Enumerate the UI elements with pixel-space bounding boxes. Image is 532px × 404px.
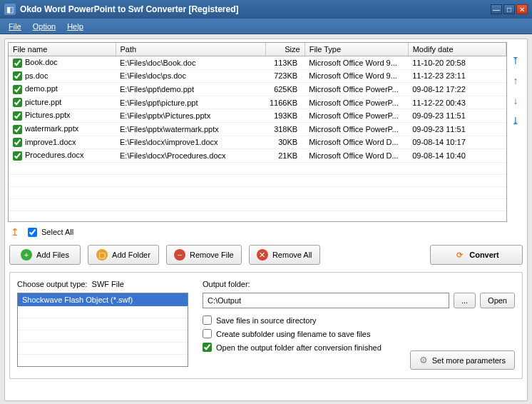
cell-date: 09-09-23 11:51 (408, 109, 506, 123)
cell-path: E:\Files\docx\improve1.docx (116, 136, 265, 149)
table-row[interactable]: demo.pptE:\Files\ppt\demo.ppt625KBMicros… (9, 83, 506, 96)
cell-path: E:\Files\pptx\Pictures.pptx (116, 109, 265, 123)
cell-size: 193KB (265, 109, 305, 123)
col-name[interactable]: File name (9, 43, 116, 56)
cell-path: E:\Files\ppt\demo.ppt (116, 83, 265, 96)
format-item-swf[interactable]: Shockwave Flash Object (*.swf) (18, 293, 188, 306)
move-down-icon[interactable]: ↓ (510, 95, 521, 106)
cell-date: 09-08-12 17:22 (408, 83, 506, 96)
more-parameters-button[interactable]: ⚙ Set more parameters (410, 350, 515, 370)
select-all-label: Select All (41, 228, 73, 236)
folder-icon: ▢ (96, 249, 108, 261)
row-checkbox[interactable] (13, 98, 22, 107)
button-bar: + Add Files ▢ Add Folder − Remove File ✕… (8, 245, 524, 272)
add-folder-button[interactable]: ▢ Add Folder (88, 245, 159, 265)
cell-name: watermark.pptx (9, 122, 116, 136)
up-folder-icon[interactable]: ↥ (11, 226, 19, 238)
cell-date: 09-08-14 10:40 (408, 149, 506, 163)
remove-file-label: Remove File (190, 251, 234, 259)
row-checkbox[interactable] (13, 125, 22, 134)
add-files-button[interactable]: + Add Files (9, 245, 81, 265)
add-files-label: Add Files (36, 251, 69, 259)
create-subfolder-checkbox[interactable] (203, 329, 212, 338)
open-after-checkbox[interactable] (203, 343, 212, 352)
output-folder-section: Output folder: ... Open Save files in so… (203, 280, 515, 371)
cell-path: E:\Files\ppt\picture.ppt (116, 96, 265, 109)
cell-path: E:\Files\doc\ps.doc (116, 69, 265, 83)
cell-date: 09-09-23 11:51 (408, 122, 506, 136)
remove-file-button[interactable]: − Remove File (166, 245, 242, 265)
col-size[interactable]: Size (265, 43, 305, 56)
title-bar: ◧ Okdo Word PowerPoint to Swf Converter … (0, 0, 532, 19)
table-row[interactable]: Procedures.docxE:\Files\docx\Procedures.… (9, 149, 506, 163)
menu-help[interactable]: Help (61, 21, 89, 32)
open-after-label: Open the output folder after conversion … (216, 343, 382, 352)
file-list[interactable]: File name Path Size File Type Modify dat… (8, 42, 507, 222)
table-row[interactable]: Pictures.pptxE:\Files\pptx\Pictures.pptx… (9, 109, 506, 123)
select-all-row: ↥ Select All (8, 222, 524, 245)
move-up-icon[interactable]: ↑ (510, 75, 521, 86)
browse-button[interactable]: ... (454, 293, 476, 308)
row-checkbox[interactable] (13, 138, 22, 147)
row-checkbox[interactable] (13, 59, 22, 68)
row-checkbox[interactable] (13, 71, 22, 81)
output-panel: Choose output type: SWF File Shockwave F… (9, 272, 523, 379)
save-source-checkbox[interactable] (203, 315, 212, 325)
remove-all-button[interactable]: ✕ Remove All (249, 245, 320, 265)
cell-type: Microsoft Office PowerP... (305, 96, 408, 109)
cell-name: Book.doc (9, 56, 116, 70)
minus-icon: − (174, 249, 185, 261)
menu-file[interactable]: File (3, 21, 27, 32)
cell-path: E:\Files\docx\Procedures.docx (116, 149, 265, 163)
cell-date: 11-12-22 00:43 (408, 96, 506, 109)
table-row[interactable]: ps.docE:\Files\doc\ps.doc723KBMicrosoft … (9, 69, 506, 83)
cell-size: 113KB (265, 56, 305, 70)
table-row[interactable]: picture.pptE:\Files\ppt\picture.ppt1166K… (9, 96, 506, 109)
table-row[interactable]: Book.docE:\Files\doc\Book.doc113KBMicros… (9, 56, 506, 70)
convert-button[interactable]: ⟳ Convert (430, 245, 523, 265)
cell-size: 30KB (265, 136, 305, 149)
cell-name: demo.ppt (9, 83, 116, 96)
table-row[interactable]: improve1.docxE:\Files\docx\improve1.docx… (9, 136, 506, 149)
minimize-button[interactable]: — (491, 4, 502, 14)
app-icon: ◧ (4, 4, 16, 15)
cell-type: Microsoft Office PowerP... (305, 109, 408, 123)
col-date[interactable]: Modify date (408, 43, 506, 56)
cell-type: Microsoft Office PowerP... (305, 83, 408, 96)
maximize-button[interactable]: □ (503, 4, 515, 14)
save-source-option[interactable]: Save files in source directory (203, 315, 515, 325)
cell-type: Microsoft Office Word D... (305, 136, 408, 149)
format-listbox[interactable]: Shockwave Flash Object (*.swf) (17, 293, 188, 367)
create-subfolder-label: Create subfolder using filename to save … (216, 330, 370, 338)
cell-type: Microsoft Office Word D... (305, 149, 408, 163)
cell-name: Pictures.pptx (9, 109, 116, 123)
menu-option[interactable]: Option (27, 21, 61, 32)
cell-size: 318KB (265, 122, 305, 136)
gear-icon: ⚙ (419, 355, 428, 365)
row-checkbox[interactable] (13, 151, 22, 161)
table-row[interactable]: watermark.pptxE:\Files\pptx\watermark.pp… (9, 122, 506, 136)
plus-icon: + (21, 249, 32, 261)
row-checkbox[interactable] (13, 85, 22, 94)
cell-size: 723KB (265, 69, 305, 83)
output-folder-label: Output folder: (203, 280, 515, 288)
cell-type: Microsoft Office Word 9... (305, 56, 408, 70)
output-folder-input[interactable] (203, 293, 449, 308)
row-checkbox[interactable] (13, 111, 22, 121)
convert-label: Convert (469, 251, 499, 259)
cell-name: Procedures.docx (9, 149, 116, 163)
create-subfolder-option[interactable]: Create subfolder using filename to save … (203, 329, 515, 338)
cell-type: Microsoft Office PowerP... (305, 122, 408, 136)
cell-size: 1166KB (265, 96, 305, 109)
window-title: Okdo Word PowerPoint to Swf Converter [R… (20, 4, 489, 14)
close-button[interactable]: ✕ (516, 4, 528, 14)
col-type[interactable]: File Type (305, 43, 408, 56)
reorder-controls: ⤒ ↑ ↓ ⤓ (507, 42, 524, 222)
open-folder-button[interactable]: Open (480, 293, 515, 308)
cell-name: ps.doc (9, 69, 116, 83)
move-bottom-icon[interactable]: ⤓ (510, 115, 521, 126)
col-path[interactable]: Path (116, 43, 265, 56)
move-top-icon[interactable]: ⤒ (510, 55, 521, 66)
select-all-checkbox[interactable] (28, 228, 37, 237)
output-type-label: Choose output type: SWF File (17, 280, 188, 288)
